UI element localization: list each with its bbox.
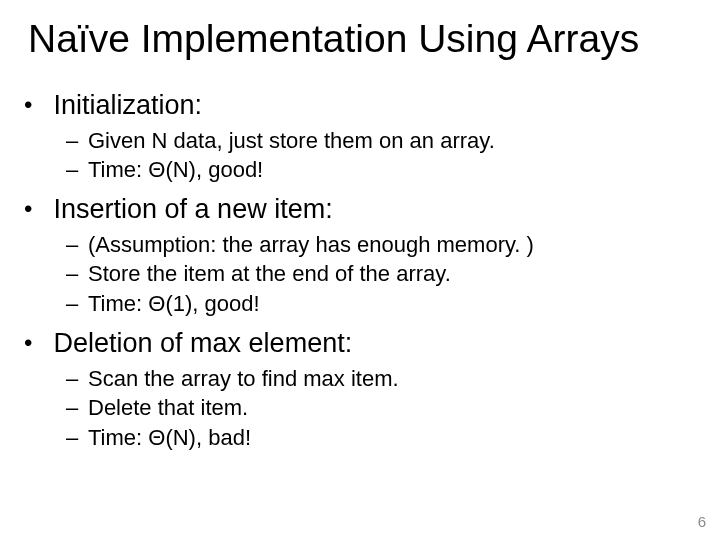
list-item: Delete that item. <box>88 393 692 423</box>
section-heading: Insertion of a new item: (Assumption: th… <box>46 193 692 319</box>
list-item: Time: Θ(N), good! <box>88 155 692 185</box>
sub-list: Given N data, just store them on an arra… <box>46 126 692 185</box>
section-heading-text: Insertion of a new item: <box>54 194 333 224</box>
section-heading: Deletion of max element: Scan the array … <box>46 327 692 453</box>
list-item: Time: Θ(N), bad! <box>88 423 692 453</box>
section-heading-text: Initialization: <box>54 90 203 120</box>
slide-title: Naïve Implementation Using Arrays <box>28 18 692 61</box>
bullet-list: Initialization: Given N data, just store… <box>28 89 692 453</box>
list-item: Scan the array to find max item. <box>88 364 692 394</box>
list-item: Store the item at the end of the array. <box>88 259 692 289</box>
page-number: 6 <box>698 513 706 530</box>
section-heading: Initialization: Given N data, just store… <box>46 89 692 185</box>
list-item: Time: Θ(1), good! <box>88 289 692 319</box>
list-item: (Assumption: the array has enough memory… <box>88 230 692 260</box>
sub-list: (Assumption: the array has enough memory… <box>46 230 692 319</box>
section-heading-text: Deletion of max element: <box>54 328 353 358</box>
list-item: Given N data, just store them on an arra… <box>88 126 692 156</box>
slide: Naïve Implementation Using Arrays Initia… <box>0 0 720 540</box>
sub-list: Scan the array to find max item. Delete … <box>46 364 692 453</box>
